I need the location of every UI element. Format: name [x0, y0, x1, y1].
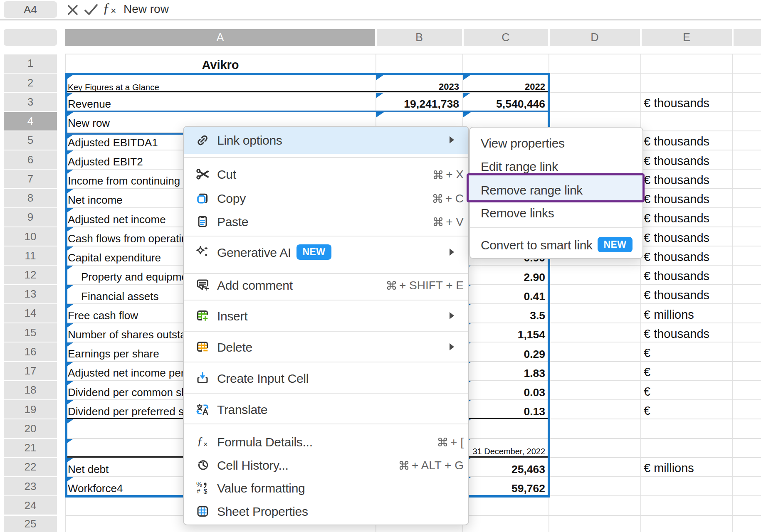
svg-text:#: # — [197, 488, 200, 494]
svg-text:$: $ — [204, 488, 208, 494]
svg-text:×: × — [203, 440, 208, 448]
svg-text:%: % — [196, 481, 202, 488]
svg-text:ƒ: ƒ — [197, 435, 203, 447]
